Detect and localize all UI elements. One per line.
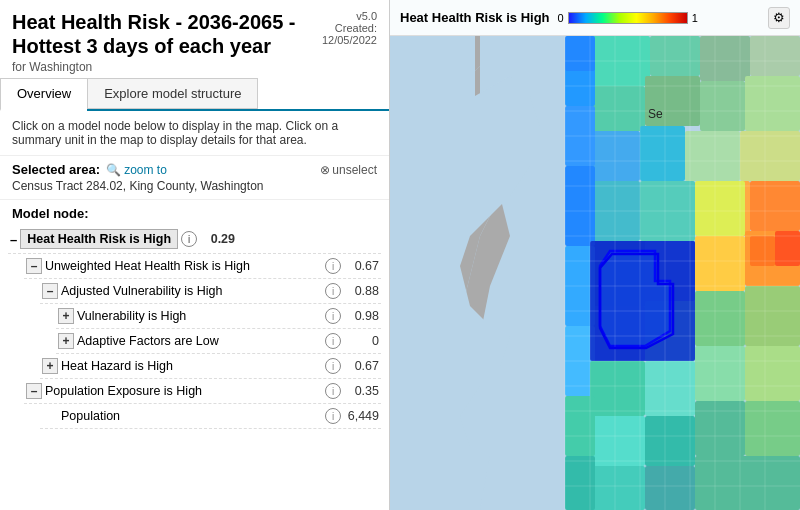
svg-rect-38 <box>645 361 695 416</box>
node-value-6: 0.35 <box>344 384 379 398</box>
svg-rect-11 <box>590 86 645 131</box>
tree-row-5: + Heat Hazard is High i 0.67 <box>40 354 381 379</box>
tabs: Overview Explore model structure <box>0 78 389 111</box>
node-value-7: 6,449 <box>344 409 379 423</box>
tree-row-2: – Adjusted Vulnerability is High i 0.88 <box>40 279 381 304</box>
legend-min: 0 <box>558 12 564 24</box>
unselect-link[interactable]: ⊗ unselect <box>320 163 377 177</box>
svg-rect-25 <box>695 236 745 291</box>
root-node-name: Heat Health Risk is High <box>27 232 171 246</box>
x-circle-icon: ⊗ <box>320 163 330 177</box>
created-label: Created: <box>297 22 377 34</box>
left-panel: Heat Health Risk - 2036-2065 - Hottest 3… <box>0 0 390 510</box>
node-name-2: Adjusted Vulnerability is High <box>61 284 322 298</box>
info-icon-2[interactable]: i <box>325 283 341 299</box>
tab-explore[interactable]: Explore model structure <box>87 78 258 109</box>
svg-rect-48 <box>565 456 595 510</box>
tree-row-1: – Unweighted Heat Health Risk is High i … <box>24 254 381 279</box>
instructions-text: Click on a model node below to display i… <box>0 111 389 156</box>
svg-rect-8 <box>650 36 700 76</box>
node-value-1: 0.67 <box>344 259 379 273</box>
gear-button[interactable]: ⚙ <box>768 7 790 29</box>
svg-rect-21 <box>750 181 800 231</box>
legend-max: 1 <box>692 12 698 24</box>
zoom-label: zoom to <box>124 163 167 177</box>
svg-rect-33 <box>590 361 645 416</box>
info-icon-1[interactable]: i <box>325 258 341 274</box>
svg-rect-35 <box>695 291 745 346</box>
tree-row-7: Population i 6,449 <box>40 404 381 429</box>
map-header: Heat Health Risk is High 0 1 ⚙ <box>390 0 800 36</box>
census-text: Census Tract 284.02, King County, Washin… <box>12 179 377 193</box>
zoom-to-link[interactable]: 🔍 zoom to <box>106 163 167 177</box>
svg-rect-18 <box>685 131 740 181</box>
svg-rect-41 <box>590 466 645 510</box>
node-name-5: Heat Hazard is High <box>61 359 322 373</box>
node-name-4: Adaptive Factors are Low <box>77 334 322 348</box>
info-icon-4[interactable]: i <box>325 333 341 349</box>
version-area: v5.0 Created: 12/05/2022 <box>297 10 377 46</box>
svg-rect-50 <box>695 181 745 236</box>
svg-rect-39 <box>695 346 745 401</box>
main-title: Heat Health Risk - 2036-2065 - Hottest 3… <box>12 10 297 58</box>
magnifier-icon: 🔍 <box>106 163 121 177</box>
legend-bar: 0 1 <box>558 12 698 24</box>
expand-btn-4[interactable]: + <box>58 333 74 349</box>
node-name-7: Population <box>61 409 322 423</box>
info-icon-0[interactable]: i <box>181 231 197 247</box>
node-name-6: Population Exposure is High <box>45 384 322 398</box>
svg-rect-45 <box>645 466 695 510</box>
expand-btn-2[interactable]: – <box>42 283 58 299</box>
node-value-3: 0.98 <box>344 309 379 323</box>
tree-row-0: – Heat Health Risk is High i 0.29 <box>8 225 381 254</box>
version-text: v5.0 <box>297 10 377 22</box>
node-value-0: 0.29 <box>200 232 235 246</box>
node-value-5: 0.67 <box>344 359 379 373</box>
node-name-3: Vulnerability is High <box>77 309 322 323</box>
selected-label: Selected area: <box>12 162 100 177</box>
svg-rect-17 <box>640 126 685 181</box>
node-value-2: 0.88 <box>344 284 379 298</box>
expand-btn-5[interactable]: + <box>42 358 58 374</box>
node-name-1: Unweighted Heat Health Risk is High <box>45 259 322 273</box>
expand-icon-0[interactable]: – <box>10 232 17 247</box>
tree: – Heat Health Risk is High i 0.29 – Unwe… <box>0 225 389 510</box>
svg-text:Se: Se <box>648 107 663 121</box>
svg-rect-43 <box>695 401 745 456</box>
for-label: for Washington <box>12 60 297 74</box>
map-svg[interactable]: Se <box>390 36 800 510</box>
map-panel[interactable]: Heat Health Risk is High 0 1 ⚙ <box>390 0 800 510</box>
selected-area: Selected area: 🔍 zoom to ⊗ unselect Cens… <box>0 156 389 200</box>
svg-rect-30 <box>565 166 595 246</box>
svg-rect-10 <box>750 36 800 76</box>
gradient-bar <box>568 12 688 24</box>
created-date: 12/05/2022 <box>297 34 377 46</box>
tree-row-3: + Vulnerability is High i 0.98 <box>56 304 381 329</box>
svg-rect-13 <box>700 81 745 131</box>
unselect-label: unselect <box>332 163 377 177</box>
svg-rect-14 <box>745 76 800 131</box>
svg-rect-44 <box>745 401 800 456</box>
svg-rect-49 <box>565 36 595 71</box>
info-icon-3[interactable]: i <box>325 308 341 324</box>
tree-row-4: + Adaptive Factors are Low i 0 <box>56 329 381 354</box>
svg-rect-40 <box>745 346 800 401</box>
svg-rect-37 <box>590 416 645 466</box>
model-node-label: Model node: <box>0 200 389 225</box>
svg-rect-19 <box>740 131 800 181</box>
info-icon-5[interactable]: i <box>325 358 341 374</box>
svg-rect-47 <box>565 396 595 456</box>
node-value-4: 0 <box>344 334 379 348</box>
root-node-box[interactable]: Heat Health Risk is High <box>20 229 178 249</box>
tab-overview[interactable]: Overview <box>0 78 87 111</box>
svg-rect-42 <box>645 416 695 466</box>
svg-rect-51 <box>750 236 775 266</box>
tree-row-6: – Population Exposure is High i 0.35 <box>24 379 381 404</box>
info-icon-7[interactable]: i <box>325 408 341 424</box>
expand-btn-1[interactable]: – <box>26 258 42 274</box>
expand-btn-3[interactable]: + <box>58 308 74 324</box>
title-area: Heat Health Risk - 2036-2065 - Hottest 3… <box>0 0 389 78</box>
expand-btn-6[interactable]: – <box>26 383 42 399</box>
map-header-title: Heat Health Risk is High <box>400 10 550 25</box>
info-icon-6[interactable]: i <box>325 383 341 399</box>
